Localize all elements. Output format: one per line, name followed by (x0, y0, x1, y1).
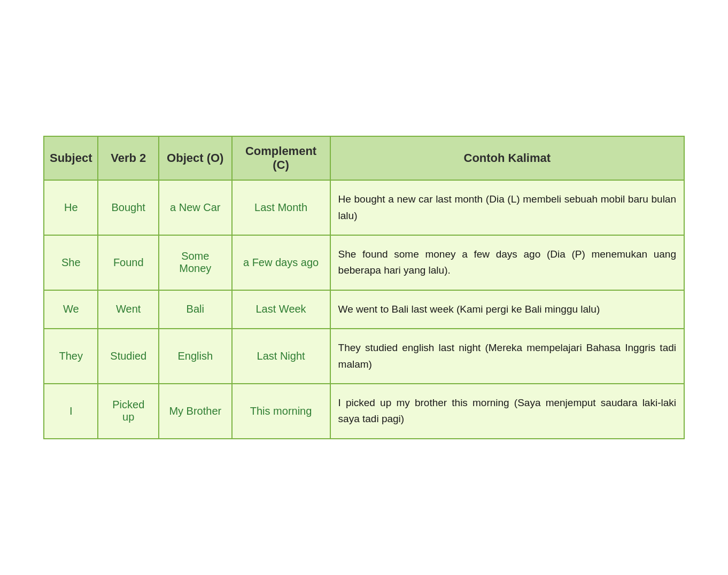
cell-subject: They (44, 329, 98, 384)
cell-object: Some Money (159, 235, 232, 290)
cell-complement: This morning (232, 384, 330, 439)
table-row: WeWentBaliLast WeekWe went to Bali last … (44, 290, 684, 329)
cell-verb: Picked up (98, 384, 159, 439)
cell-subject: He (44, 180, 98, 235)
grammar-table: Subject Verb 2 Object (O) Complement (C)… (43, 136, 685, 439)
cell-object: a New Car (159, 180, 232, 235)
header-complement: Complement (C) (232, 136, 330, 180)
cell-example: She found some money a few days ago (Dia… (330, 235, 684, 290)
header-verb2: Verb 2 (98, 136, 159, 180)
table-row: HeBoughta New CarLast MonthHe bought a n… (44, 180, 684, 235)
cell-subject: I (44, 384, 98, 439)
table-container: Subject Verb 2 Object (O) Complement (C)… (43, 136, 685, 439)
cell-verb: Bought (98, 180, 159, 235)
cell-example: We went to Bali last week (Kami pergi ke… (330, 290, 684, 329)
table-row: TheyStudiedEnglishLast NightThey studied… (44, 329, 684, 384)
cell-complement: a Few days ago (232, 235, 330, 290)
cell-example: They studied english last night (Mereka … (330, 329, 684, 384)
table-row: IPicked upMy BrotherThis morningI picked… (44, 384, 684, 439)
cell-subject: We (44, 290, 98, 329)
cell-subject: She (44, 235, 98, 290)
cell-complement: Last Night (232, 329, 330, 384)
cell-object: My Brother (159, 384, 232, 439)
cell-complement: Last Month (232, 180, 330, 235)
cell-verb: Found (98, 235, 159, 290)
table-header-row: Subject Verb 2 Object (O) Complement (C)… (44, 136, 684, 180)
cell-object: English (159, 329, 232, 384)
cell-complement: Last Week (232, 290, 330, 329)
cell-example: I picked up my brother this morning (Say… (330, 384, 684, 439)
table-row: SheFoundSome Moneya Few days agoShe foun… (44, 235, 684, 290)
header-object: Object (O) (159, 136, 232, 180)
cell-verb: Went (98, 290, 159, 329)
cell-verb: Studied (98, 329, 159, 384)
cell-example: He bought a new car last month (Dia (L) … (330, 180, 684, 235)
cell-object: Bali (159, 290, 232, 329)
header-subject: Subject (44, 136, 98, 180)
header-contoh: Contoh Kalimat (330, 136, 684, 180)
